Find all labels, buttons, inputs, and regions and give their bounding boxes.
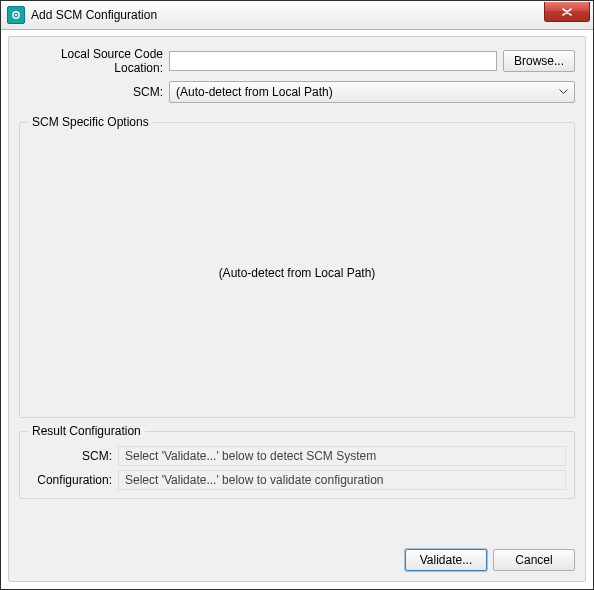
cancel-button[interactable]: Cancel [493, 549, 575, 571]
result-legend: Result Configuration [28, 424, 145, 438]
label-result-config: Configuration: [28, 473, 118, 487]
dialog-client: Local Source Code Location: Browse... SC… [8, 36, 586, 582]
row-result-config: Configuration: Select 'Validate...' belo… [28, 470, 566, 490]
dialog-window: Add SCM Configuration Local Source Code … [0, 0, 594, 590]
close-button[interactable] [544, 2, 590, 22]
window-title: Add SCM Configuration [31, 8, 157, 22]
result-config-value: Select 'Validate...' below to validate c… [118, 470, 566, 490]
scm-options-legend: SCM Specific Options [28, 115, 153, 129]
dialog-footer: Validate... Cancel [19, 499, 575, 571]
scm-select-value: (Auto-detect from Local Path) [176, 85, 333, 99]
chevron-down-icon [559, 89, 568, 95]
label-location: Local Source Code Location: [19, 47, 169, 75]
result-scm-value: Select 'Validate...' below to detect SCM… [118, 446, 566, 466]
close-icon [562, 8, 572, 16]
result-group: Result Configuration SCM: Select 'Valida… [19, 424, 575, 499]
titlebar[interactable]: Add SCM Configuration [1, 1, 593, 30]
label-result-scm: SCM: [28, 449, 118, 463]
location-input[interactable] [169, 51, 497, 71]
scm-select[interactable]: (Auto-detect from Local Path) [169, 81, 575, 103]
app-icon [7, 6, 25, 24]
scm-options-placeholder: (Auto-detect from Local Path) [219, 266, 376, 280]
browse-button[interactable]: Browse... [503, 50, 575, 72]
row-scm: SCM: (Auto-detect from Local Path) [19, 81, 575, 103]
row-result-scm: SCM: Select 'Validate...' below to detec… [28, 446, 566, 466]
scm-options-group: SCM Specific Options (Auto-detect from L… [19, 115, 575, 418]
scm-options-area: (Auto-detect from Local Path) [28, 137, 566, 409]
validate-button[interactable]: Validate... [405, 549, 487, 571]
svg-point-1 [15, 14, 17, 16]
label-scm: SCM: [19, 85, 169, 99]
row-location: Local Source Code Location: Browse... [19, 47, 575, 75]
